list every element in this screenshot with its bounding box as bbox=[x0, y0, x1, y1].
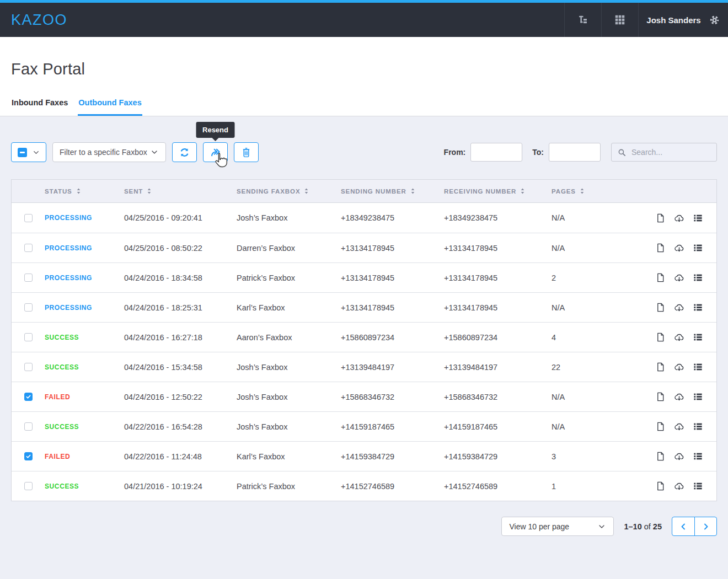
select-all-checkbox[interactable] bbox=[18, 148, 27, 157]
view-fax-icon[interactable] bbox=[655, 421, 666, 432]
faxbox-cell: Josh’s Faxbox bbox=[237, 213, 341, 222]
table-row: FAILED 04/24/2016 - 12:50:22 Josh’s Faxb… bbox=[12, 382, 716, 411]
faxbox-cell: Karl’s Faxbox bbox=[237, 452, 341, 461]
sort-icon bbox=[520, 187, 525, 195]
select-all-dropdown[interactable] bbox=[11, 142, 46, 162]
row-checkbox[interactable] bbox=[24, 363, 33, 371]
content-area: Filter to a specific Faxbox Resend From:… bbox=[0, 116, 728, 579]
table-row: PROCESSING 04/25/2016 - 08:50:22 Darren’… bbox=[12, 233, 716, 262]
delete-button[interactable] bbox=[234, 142, 259, 162]
per-page-dropdown[interactable]: View 10 per page bbox=[501, 517, 614, 536]
view-fax-icon[interactable] bbox=[655, 362, 666, 372]
sending-number-cell: +14152746589 bbox=[341, 482, 444, 491]
account-hierarchy-button[interactable] bbox=[564, 3, 601, 37]
chevron-left-icon bbox=[679, 522, 688, 531]
resend-button[interactable]: Resend bbox=[203, 142, 228, 162]
refresh-button[interactable] bbox=[172, 142, 197, 162]
row-checkbox[interactable] bbox=[24, 274, 33, 282]
view-fax-icon[interactable] bbox=[655, 302, 666, 313]
next-page-button[interactable] bbox=[694, 517, 716, 535]
fax-details-icon[interactable] bbox=[693, 392, 703, 402]
apps-menu-button[interactable] bbox=[601, 3, 638, 37]
view-fax-icon[interactable] bbox=[655, 481, 666, 491]
view-fax-icon[interactable] bbox=[655, 392, 666, 402]
faxbox-filter-dropdown[interactable]: Filter to a specific Faxbox bbox=[52, 142, 166, 162]
row-checkbox[interactable] bbox=[24, 214, 33, 222]
header-status[interactable]: STATUS bbox=[45, 187, 124, 195]
download-fax-icon[interactable] bbox=[674, 421, 684, 432]
download-fax-icon[interactable] bbox=[674, 272, 684, 283]
view-fax-icon[interactable] bbox=[655, 243, 666, 253]
tab-bar: Inbound Faxes Outbound Faxes bbox=[11, 98, 142, 116]
download-fax-icon[interactable] bbox=[674, 332, 684, 342]
fax-details-icon[interactable] bbox=[693, 421, 703, 432]
header-sending-number[interactable]: SENDING NUMBER bbox=[341, 187, 444, 195]
sent-cell: 04/24/2016 - 12:50:22 bbox=[124, 393, 237, 401]
row-checkbox[interactable] bbox=[24, 244, 33, 252]
sent-cell: 04/24/2016 - 16:27:18 bbox=[124, 333, 237, 342]
toolbar-right-group: From: To: bbox=[444, 143, 717, 162]
header-pages[interactable]: PAGES bbox=[552, 187, 650, 195]
status-badge: SUCCESS bbox=[45, 423, 124, 431]
sending-number-cell: +13134178945 bbox=[341, 274, 444, 282]
header-receiving-number[interactable]: RECEIVING NUMBER bbox=[444, 187, 552, 195]
to-date-input[interactable] bbox=[549, 143, 601, 162]
search-box[interactable] bbox=[611, 143, 717, 162]
chevron-down-icon bbox=[32, 148, 40, 157]
sort-icon bbox=[304, 187, 309, 195]
fax-details-icon[interactable] bbox=[693, 481, 703, 491]
row-checkbox[interactable] bbox=[24, 393, 33, 401]
view-fax-icon[interactable] bbox=[655, 213, 666, 223]
view-fax-icon[interactable] bbox=[655, 332, 666, 342]
sending-number-cell: +18349238475 bbox=[341, 213, 444, 222]
status-badge: SUCCESS bbox=[45, 363, 124, 371]
pages-cell: 2 bbox=[552, 274, 650, 282]
fax-details-icon[interactable] bbox=[693, 302, 703, 313]
page-header: Fax Portal Inbound Faxes Outbound Faxes bbox=[0, 37, 728, 116]
hierarchy-icon bbox=[577, 14, 589, 26]
fax-details-icon[interactable] bbox=[693, 332, 703, 342]
table-row: PROCESSING 04/24/2016 - 18:25:31 Karl’s … bbox=[12, 292, 716, 322]
download-fax-icon[interactable] bbox=[674, 392, 684, 402]
header-sent[interactable]: SENT bbox=[124, 187, 237, 195]
status-badge: SUCCESS bbox=[45, 482, 124, 490]
row-checkbox[interactable] bbox=[24, 303, 33, 312]
receiving-number-cell: +13139484197 bbox=[444, 363, 552, 372]
faxbox-filter-label: Filter to a specific Faxbox bbox=[60, 148, 147, 157]
faxbox-cell: Patrick’s Faxbox bbox=[237, 482, 341, 491]
fax-details-icon[interactable] bbox=[693, 272, 703, 283]
download-fax-icon[interactable] bbox=[674, 243, 684, 253]
row-checkbox[interactable] bbox=[24, 452, 33, 460]
fax-details-icon[interactable] bbox=[693, 213, 703, 223]
download-fax-icon[interactable] bbox=[674, 481, 684, 491]
download-fax-icon[interactable] bbox=[674, 451, 684, 462]
receiving-number-cell: +15860897234 bbox=[444, 333, 552, 342]
prev-page-button[interactable] bbox=[672, 517, 694, 535]
header-sending-faxbox[interactable]: SENDING FAXBOX bbox=[237, 187, 341, 195]
from-date-input[interactable] bbox=[470, 143, 522, 162]
download-fax-icon[interactable] bbox=[674, 302, 684, 313]
page-title: Fax Portal bbox=[0, 37, 728, 78]
tab-inbound-faxes[interactable]: Inbound Faxes bbox=[11, 98, 68, 116]
receiving-number-cell: +13134178945 bbox=[444, 244, 552, 253]
user-menu[interactable]: Josh Sanders bbox=[638, 3, 728, 37]
check-icon bbox=[25, 453, 31, 459]
tab-outbound-faxes[interactable]: Outbound Faxes bbox=[78, 98, 142, 116]
pages-cell: N/A bbox=[552, 213, 650, 222]
table-row: PROCESSING 04/24/2016 - 18:34:58 Patrick… bbox=[12, 262, 716, 292]
kazoo-logo[interactable]: KAZOO bbox=[0, 3, 78, 37]
pages-cell: 3 bbox=[552, 452, 650, 461]
row-checkbox[interactable] bbox=[24, 482, 33, 490]
table-row: SUCCESS 04/22/2016 - 16:54:28 Josh’s Fax… bbox=[12, 411, 716, 441]
view-fax-icon[interactable] bbox=[655, 272, 666, 283]
fax-details-icon[interactable] bbox=[693, 362, 703, 372]
search-input[interactable] bbox=[631, 148, 711, 157]
gear-icon[interactable] bbox=[709, 14, 720, 26]
view-fax-icon[interactable] bbox=[655, 451, 666, 462]
fax-details-icon[interactable] bbox=[693, 243, 703, 253]
row-checkbox[interactable] bbox=[24, 422, 33, 431]
download-fax-icon[interactable] bbox=[674, 362, 684, 372]
download-fax-icon[interactable] bbox=[674, 213, 684, 223]
row-checkbox[interactable] bbox=[24, 333, 33, 341]
fax-details-icon[interactable] bbox=[693, 451, 703, 462]
